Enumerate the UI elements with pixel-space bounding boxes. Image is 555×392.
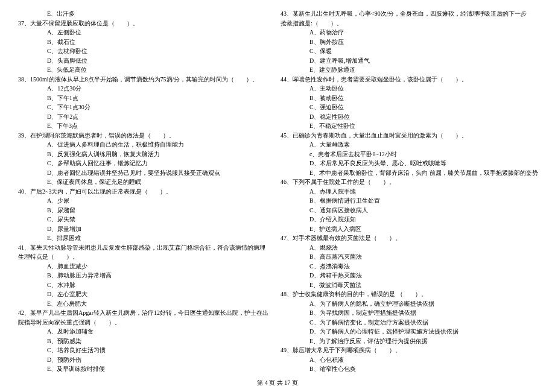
option-line: B、高压蒸汽灭菌法	[281, 252, 538, 262]
option-line: A、心包积液	[281, 355, 538, 365]
option-line: B、胸外按压	[281, 37, 538, 47]
option-line: B、截石位	[18, 37, 268, 47]
option-line: E、术中患者采取俯卧位，背部齐床沿，头向 前屈，膝关节屈曲，双手抱紧膝部的姿势	[281, 168, 538, 178]
option-line: D、头高脚低位	[18, 56, 268, 66]
option-line: A、12点30分	[18, 84, 268, 93]
option-line: E、保证夜间休息，保证充足的睡眠	[18, 177, 268, 187]
option-line: B、肺动脉压力异常增高	[18, 271, 268, 280]
question-line: 38、1500ml的液体从早上8点半开始输，调节滴数约为75滴/分，其输完的时间…	[18, 75, 268, 84]
option-line: C、强迫卧位	[281, 103, 538, 112]
option-line: E、为了解治疗反应，评估护理行为提供依据	[281, 337, 538, 346]
question-line: 47、对手术器械最有效的灭菌法是（ ）。	[281, 233, 538, 243]
option-line: E、头低足高位	[18, 65, 268, 75]
option-line: A、大量雌激素	[281, 140, 538, 150]
option-line: D、介绍入院须知	[281, 215, 538, 224]
question-line: 37、大量不保留灌肠应取的体位是（ ）。	[18, 19, 268, 28]
option-line: B、反复强化病人训练用脑，恢复大脑活力	[18, 150, 268, 159]
option-line: C、通知病区接收病人	[281, 206, 538, 215]
continuation-line: 生理特点是（ ）。	[18, 252, 268, 262]
option-line: D、患者回忆出现错误并坚持己见时，要坚持说服其接受正确观点	[18, 168, 268, 178]
option-line: C、保暖	[281, 46, 538, 56]
option-line: E、及早训练按时排便	[18, 364, 268, 374]
page-container: E、出汗多37、大量不保留灌肠应取的体位是（ ）。A、左侧卧位B、截石位C、去枕…	[0, 0, 555, 374]
option-line: E、排尿困难	[18, 233, 268, 243]
option-line: E、不稳定性卧位	[281, 121, 538, 131]
question-line: 40、产后2~3天内，产妇可以出现的正常表现是（ ）。	[18, 187, 268, 197]
question-line: 48、护士收集健康资料的目的中，错误的是 （ ）。	[281, 289, 538, 299]
option-line: E、护送病人入病区	[281, 224, 538, 234]
option-line: D、稳定性卧位	[281, 112, 538, 122]
option-line: B、被动卧位	[281, 93, 538, 103]
question-line: 49、脉压增大常见于下列哪项疾病（ ）。	[281, 346, 538, 355]
option-line: A、燃烧法	[281, 243, 538, 253]
option-line: E、建立静脉通道	[281, 65, 538, 75]
question-line: 43、某新生儿出生时无呼吸，心率<90次/分，全身苍白，四肢瘫软，经清理呼吸道后…	[281, 9, 538, 19]
option-line: D、预防外伤	[18, 355, 268, 365]
option-line: C、下午1点30分	[18, 103, 268, 112]
option-line: A、及时添加辅食	[18, 327, 268, 337]
option-line: B、为寻找病因，制定护理措施提供依据	[281, 308, 538, 318]
option-line: E、左心房肥大	[18, 299, 268, 309]
option-line: C、尿失禁	[18, 215, 268, 224]
option-line: A、办理入院手续	[281, 187, 538, 197]
option-line: B、缩窄性心包炎	[281, 364, 538, 374]
option-line: C、水冲脉	[18, 280, 268, 290]
page-footer: 第 4 页 共 17 页	[0, 379, 555, 387]
option-line: B、尿潴留	[18, 206, 268, 215]
question-line: 41、某先天性动脉导管未闭患儿反复发生肺部感染，出现艾森门格综合征，符合该病情的…	[18, 243, 268, 253]
option-line: A、促进病人多料理自己的生活，积极维持自理能力	[18, 140, 268, 150]
option-line: D、烤箱干热灭菌法	[281, 271, 538, 280]
question-line: 45、已确诊为青春期功血，大量出血止血时宜采用的激素为（ ）。	[281, 131, 538, 141]
option-line: A、左侧卧位	[18, 28, 268, 37]
option-line: C、去枕仰卧位	[18, 46, 268, 56]
right-column: 43、某新生儿出生时无呼吸，心率<90次/分，全身苍白，四肢瘫软，经清理呼吸道后…	[281, 9, 538, 359]
option-line: C、为了解病情变化，制定治疗方案提供依据	[281, 318, 538, 327]
question-line: 46、下列不属于住院处工作的是（ ）。	[281, 177, 538, 187]
option-line: D、为了解病人的心理特征，选择护理实施方法提供依据	[281, 327, 538, 337]
option-line: D、尿量增加	[18, 224, 268, 234]
option-line: D、左心室肥大	[18, 289, 268, 299]
option-line: E、微波消毒灭菌法	[281, 280, 538, 290]
option-line: B、根据病情进行卫生处置	[281, 196, 538, 206]
option-line: D、建立呼吸,增加通气	[281, 56, 538, 66]
option-line: A、少尿	[18, 196, 268, 206]
option-line: C、煮沸消毒法	[281, 262, 538, 271]
question-line: 39、在护理阿尔茨海默病患者时，错误的做法是（ ）。	[18, 131, 268, 141]
option-line: E、出汗多	[18, 9, 268, 19]
question-line: 42、某早产儿出生后因Apgar转入新生儿病房，治疗12好转，今日医生通知家长出…	[18, 308, 268, 318]
option-line: E、下午3点	[18, 121, 268, 131]
option-line: C、多帮助病人回忆往事，锻炼记忆力	[18, 159, 268, 168]
option-line: B、下午1点	[18, 93, 268, 103]
question-line: 44、哮喘急性发作时，患者需要采取端坐卧位，该卧位属于（ ）。	[281, 75, 538, 84]
option-line: A、药物治疗	[281, 28, 538, 37]
continuation-line: 院指导时应向家长重点强调（ ）。	[18, 318, 268, 327]
option-line: D、下午2点	[18, 112, 268, 122]
option-line: A、为了解病人的隐私，确立护理诊断提供依据	[281, 299, 538, 309]
option-line: B、预防感染	[18, 337, 268, 346]
continuation-line: 抢救措施是:（ ）。	[281, 19, 538, 28]
option-line: D、术后常见不良反应为头晕、恶心、呕吐或咳嗽等	[281, 159, 538, 168]
option-line: A、肺血流减少	[18, 262, 268, 271]
option-line: C、培养良好生活习惯	[18, 346, 268, 355]
left-column: E、出汗多37、大量不保留灌肠应取的体位是（ ）。A、左侧卧位B、截石位C、去枕…	[18, 9, 268, 359]
option-line: A、主动卧位	[281, 84, 538, 93]
option-line: c、患者术后应去枕平卧8~12小时	[281, 150, 538, 159]
